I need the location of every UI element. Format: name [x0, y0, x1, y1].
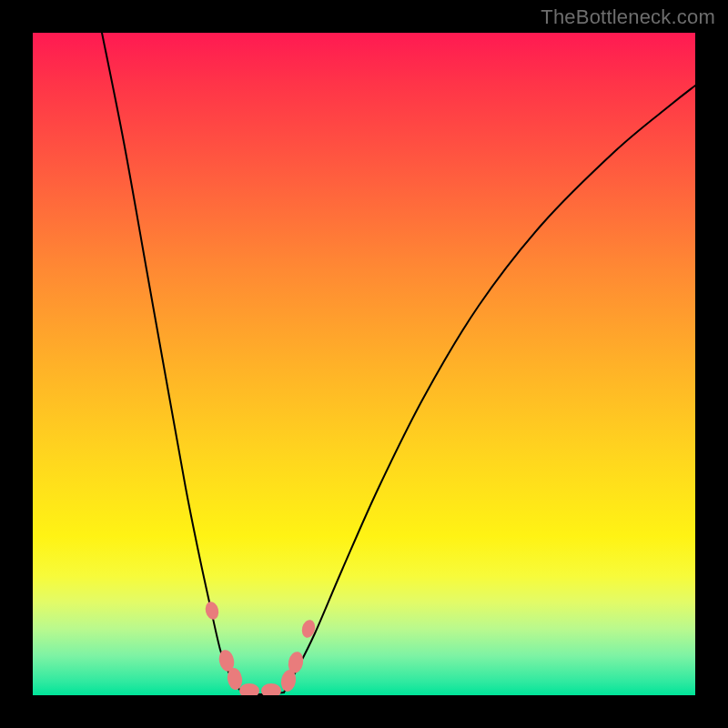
curve-left-branch — [102, 33, 242, 693]
blob-top-left — [204, 601, 220, 622]
curve-svg — [33, 33, 695, 695]
curve-right-branch — [284, 86, 695, 693]
watermark-text: TheBottleneck.com — [541, 5, 715, 29]
plot-area — [33, 33, 695, 695]
marker-group — [204, 601, 317, 695]
blob-floor-left — [239, 683, 259, 695]
blob-floor-right — [261, 683, 281, 695]
